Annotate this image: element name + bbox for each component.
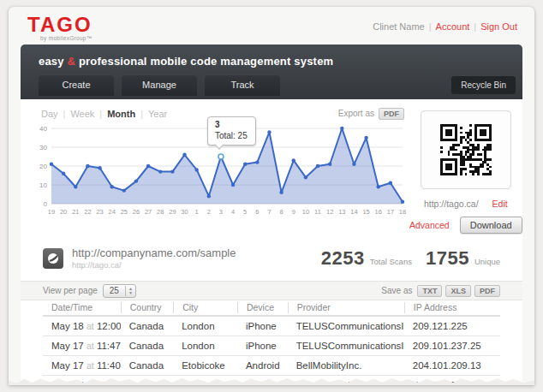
link-separator: | <box>474 21 476 32</box>
cell-ip: 209.101.237.25 <box>404 341 500 351</box>
svg-text:10: 10 <box>302 208 309 216</box>
svg-text:21: 21 <box>72 208 79 216</box>
cell-datetime: May 18 at 12:00am <box>43 321 121 331</box>
short-url: http://tago.ca/ <box>72 260 236 270</box>
scans-table: Date/TimeCountryCityDeviceProviderIP Add… <box>21 300 522 385</box>
cell-city: Etobicoke <box>173 360 237 371</box>
svg-text:2: 2 <box>207 208 211 216</box>
analytics-section: Day|Week|Month|Year Export as PDF 010203… <box>21 99 522 234</box>
view-per-page-label: View per page <box>43 286 98 295</box>
svg-text:29: 29 <box>169 208 176 216</box>
ampersand: & <box>68 55 76 68</box>
save-as-group: Save as TXTXLSPDF <box>381 285 500 297</box>
scan-summary-row: http://companyname.com/sample http://tag… <box>21 234 522 281</box>
main-content: Day|Week|Month|Year Export as PDF 010203… <box>21 99 522 385</box>
svg-text:27: 27 <box>145 208 152 216</box>
account-link[interactable]: Account <box>436 21 470 32</box>
save-as-xls-button[interactable]: XLS <box>445 285 471 297</box>
recycle-bin-button[interactable]: Recycle Bin <box>451 76 516 94</box>
chart-wrap: 0102030401920212223242526272829301234567… <box>27 122 409 217</box>
save-as-pdf-button[interactable]: PDF <box>474 285 500 297</box>
logo-block[interactable]: TAGO by mobilexGroup™ <box>27 15 92 42</box>
cell-device: iPhone <box>237 321 288 331</box>
cell-city: London <box>173 341 237 351</box>
download-button[interactable]: Download <box>460 217 522 234</box>
banner-title: easy & professional mobile code manageme… <box>21 45 522 74</box>
svg-text:18: 18 <box>399 208 406 216</box>
cell-datetime: May 17 at 11:47pm <box>43 341 121 351</box>
svg-text:19: 19 <box>48 208 55 216</box>
save-as-label: Save as <box>381 286 412 295</box>
range-separator: | <box>140 109 143 119</box>
advanced-link[interactable]: Advanced <box>409 220 450 230</box>
col-header-date-time: Date/Time <box>43 302 121 313</box>
range-filters: Day|Week|Month|Year <box>41 109 167 119</box>
unique-scans-label: Unique <box>474 257 500 266</box>
svg-text:16: 16 <box>375 208 382 216</box>
page-size-select[interactable]: 25 ▲▼ <box>103 284 136 298</box>
cell-device: iPhone <box>237 341 288 351</box>
export-as-label: Export as <box>338 109 374 118</box>
svg-text:3: 3 <box>219 208 223 216</box>
svg-text:6: 6 <box>255 208 259 216</box>
edit-link[interactable]: Edit <box>492 199 508 209</box>
tab-create[interactable]: Create <box>39 74 114 96</box>
export-pdf-button[interactable]: PDF <box>379 108 404 120</box>
svg-text:28: 28 <box>157 208 164 216</box>
svg-text:24: 24 <box>109 208 116 216</box>
range-separator: | <box>63 109 66 119</box>
col-header-city: City <box>173 302 237 313</box>
page-size-value: 25 <box>104 286 125 295</box>
cell-provider: TELUSCommunicationsInc. <box>288 341 404 351</box>
svg-text:23: 23 <box>96 208 103 216</box>
svg-text:20: 20 <box>60 208 67 216</box>
cell-provider: TELUSCommunicationsInc. <box>288 321 404 331</box>
table-row[interactable]: May 17 at 11:40pmCanadaEtobicokeAndroidB… <box>43 356 500 376</box>
table-row[interactable]: May 17 at 11:47pmCanadaLondoniPhoneTELUS… <box>43 336 500 356</box>
range-year[interactable]: Year <box>148 109 167 119</box>
logo-subtitle: by mobilexGroup™ <box>27 36 92 42</box>
qr-short-url: http://tago.ca/ <box>424 199 479 209</box>
svg-text:30: 30 <box>181 208 188 216</box>
sign-out-link[interactable]: Sign Out <box>480 21 517 32</box>
svg-text:5: 5 <box>243 208 247 216</box>
nav-tabs: CreateManageTrack <box>21 74 522 96</box>
col-header-device: Device <box>237 302 288 313</box>
qr-code-image <box>440 124 492 175</box>
range-day[interactable]: Day <box>41 109 58 119</box>
top-header: TAGO by mobilexGroup™ Clinet Name|Accoun… <box>9 7 534 45</box>
col-header-ip-address: IP Address <box>404 302 500 313</box>
table-row[interactable]: May 18 at 12:00amCanadaLondoniPhoneTELUS… <box>43 317 500 336</box>
tab-track[interactable]: Track <box>205 74 280 96</box>
target-url[interactable]: http://companyname.com/sample <box>72 246 236 260</box>
unique-scans-value: 1755 <box>426 247 469 270</box>
cell-datetime: May 17 at 11:40pm <box>43 360 121 371</box>
svg-text:7: 7 <box>267 208 271 216</box>
table-body: May 18 at 12:00amCanadaLondoniPhoneTELUS… <box>43 317 500 385</box>
svg-text:13: 13 <box>338 208 345 216</box>
svg-text:20: 20 <box>39 163 47 170</box>
range-month[interactable]: Month <box>107 109 135 119</box>
range-week[interactable]: Week <box>70 109 94 119</box>
user-links: Clinet Name|Account|Sign Out <box>373 21 517 32</box>
qr-column: http://tago.ca/ Edit Advanced Download <box>409 104 522 234</box>
total-scans-label: Total Scans <box>370 257 412 266</box>
tooltip-title: 3 <box>215 120 248 131</box>
svg-text:22: 22 <box>84 208 91 216</box>
cell-provider: BellMobilityInc. <box>288 360 404 371</box>
qr-actions: Advanced Download <box>409 217 522 234</box>
tago-logo[interactable]: TAGO <box>27 15 92 35</box>
view-per-page-group: View per page 25 ▲▼ <box>43 284 136 298</box>
svg-text:30: 30 <box>39 144 47 151</box>
export-group: Export as PDF <box>338 108 404 120</box>
save-as-txt-button[interactable]: TXT <box>417 285 442 297</box>
banner: easy & professional mobile code manageme… <box>21 45 522 99</box>
total-scans-value: 2253 <box>321 247 365 270</box>
range-separator: | <box>99 109 102 119</box>
tab-manage[interactable]: Manage <box>122 74 197 96</box>
col-header-country: Country <box>121 302 173 313</box>
scan-stats: 2253 Total Scans 1755 Unique <box>321 247 500 270</box>
cell-device: Android <box>237 360 288 371</box>
svg-text:11: 11 <box>314 208 321 216</box>
client-name-label: Clinet Name <box>373 21 425 32</box>
